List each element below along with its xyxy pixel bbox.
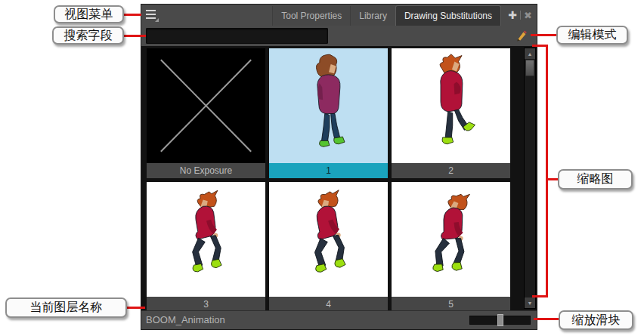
thumbnail-4[interactable]: 4 <box>269 182 388 310</box>
search-input[interactable] <box>146 28 328 44</box>
callout-bracket-bottom <box>532 295 548 297</box>
thumbnail-5[interactable]: 5 <box>392 182 510 310</box>
scroll-up-icon[interactable]: ▲ <box>525 48 535 59</box>
character-pose-crouching <box>163 186 250 292</box>
character-pose-crouching-deep <box>399 182 502 297</box>
callout-line-search-field <box>124 35 146 37</box>
tab-actions: ✚ ✖ <box>508 5 532 26</box>
thumbnail-caption: 3 <box>147 297 265 310</box>
panel-titlebar: Tool Properties Library Drawing Substitu… <box>141 5 537 26</box>
callout-zoom-slider: 缩放滑块 <box>559 310 633 330</box>
callout-line-thumbnails <box>546 178 558 180</box>
callout-line-view-menu <box>124 14 141 16</box>
menu-bar <box>146 10 156 11</box>
callout-edit-mode: 编辑模式 <box>556 26 628 45</box>
thumbnail-image <box>147 48 265 163</box>
callout-line-layer-name <box>127 307 145 309</box>
no-exposure-x-icon <box>147 48 265 163</box>
thumbnail-image <box>269 182 388 297</box>
annotated-screenshot: Tool Properties Library Drawing Substitu… <box>0 0 644 336</box>
current-layer-name: BOOM_Animation <box>146 314 225 325</box>
tab-drawing-substitutions[interactable]: Drawing Substitutions <box>395 5 501 26</box>
thumbnail-caption: 2 <box>392 163 510 178</box>
menu-caret-icon <box>155 18 159 22</box>
drawing-substitutions-panel: Tool Properties Library Drawing Substitu… <box>141 4 537 330</box>
add-view-icon[interactable]: ✚ <box>508 9 517 21</box>
thumbnail-image <box>392 48 510 163</box>
close-view-icon[interactable]: ✖ <box>524 10 532 21</box>
thumbnail-2[interactable]: 2 <box>392 48 510 178</box>
thumbnail-1-selected[interactable]: 1 <box>269 48 388 178</box>
scrollbar-thumb[interactable] <box>525 60 534 76</box>
scrollbar-track[interactable] <box>525 77 535 297</box>
tab-tool-properties[interactable]: Tool Properties <box>272 6 350 26</box>
thumbnail-grid: No Exposure 1 2 <box>147 48 510 310</box>
character-pose-standing <box>285 53 373 159</box>
callout-bracket-vertical <box>546 45 548 297</box>
scroll-down-icon[interactable]: ▼ <box>525 297 535 308</box>
search-row <box>141 26 537 46</box>
thumbnail-image <box>147 182 265 297</box>
zoom-slider[interactable] <box>469 316 531 325</box>
callout-search-field: 搜索字段 <box>52 26 124 45</box>
thumbnail-image <box>392 182 510 297</box>
thumbnail-caption: 1 <box>269 163 388 178</box>
vertical-scrollbar[interactable]: ▲ ▼ <box>524 48 536 309</box>
thumbnail-image <box>269 48 388 163</box>
character-pose-stepping <box>407 53 495 159</box>
callout-view-menu: 视图菜单 <box>54 5 124 23</box>
tab-bar: Tool Properties Library Drawing Substitu… <box>272 5 501 26</box>
divider <box>520 11 521 20</box>
callout-line-edit-mode <box>531 34 556 36</box>
view-menu-icon[interactable] <box>146 9 159 22</box>
menu-bar <box>146 14 156 15</box>
thumbnail-3[interactable]: 3 <box>147 182 265 310</box>
panel-statusbar: BOOM_Animation <box>141 310 537 329</box>
thumbnail-caption: 5 <box>392 297 510 310</box>
character-pose-crouching <box>281 185 376 294</box>
thumbnail-no-exposure[interactable]: No Exposure <box>147 48 265 178</box>
zoom-slider-handle[interactable] <box>497 314 503 326</box>
thumbnail-grid-area: No Exposure 1 2 <box>141 46 537 310</box>
thumbnail-caption: No Exposure <box>147 163 265 178</box>
callout-current-layer-name: 当前图层名称 <box>5 297 127 318</box>
thumbnail-caption: 4 <box>269 297 388 310</box>
edit-mode-pencil-icon[interactable] <box>516 29 528 42</box>
tab-library[interactable]: Library <box>350 6 395 26</box>
callout-line-zoom-slider <box>534 318 559 320</box>
callout-thumbnails: 缩略图 <box>558 169 633 190</box>
